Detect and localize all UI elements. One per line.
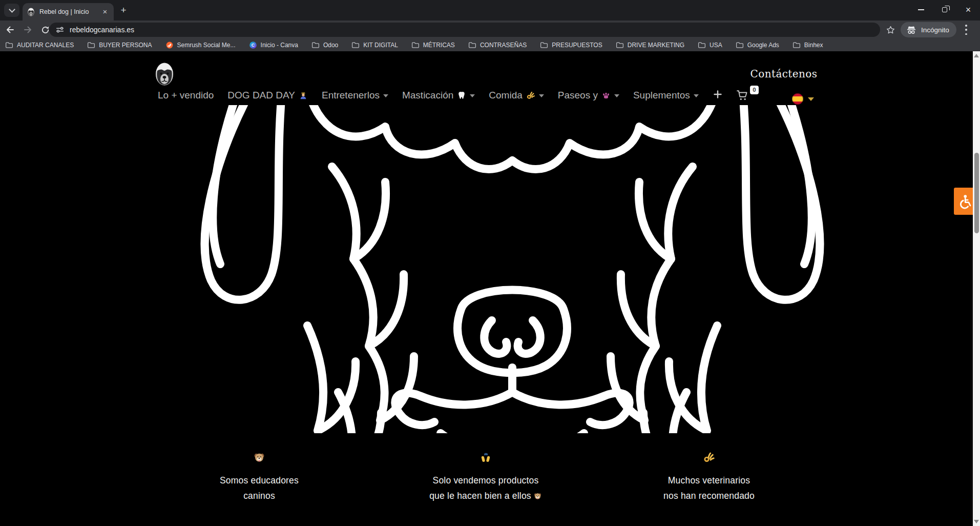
scroll-up-arrow[interactable] xyxy=(974,54,979,57)
folder-icon xyxy=(793,41,801,49)
bookmark-label: Google Ads xyxy=(747,42,779,49)
language-selector[interactable] xyxy=(792,93,814,105)
bookmark-item[interactable]: BUYER PERSONA xyxy=(87,41,152,49)
bookmark-item[interactable]: Google Ads xyxy=(736,41,779,49)
folder-icon xyxy=(411,41,420,49)
tab-close-icon[interactable]: × xyxy=(100,7,110,16)
feature-line-1: Somos educadores xyxy=(152,473,367,488)
incognito-label: Incógnito xyxy=(921,26,949,34)
bookmark-item[interactable]: USA xyxy=(698,41,722,49)
bookmark-item[interactable]: Odoo xyxy=(311,41,338,49)
nav-item-label: Masticación xyxy=(402,90,453,101)
forward-button[interactable] xyxy=(20,23,35,37)
minimize-icon xyxy=(918,9,924,10)
address-bar[interactable]: rebeldogcanarias.es xyxy=(49,23,880,37)
bookmark-item[interactable]: KIT DIGITAL xyxy=(351,41,398,49)
close-button[interactable]: × xyxy=(956,0,980,19)
url-text: rebeldogcanarias.es xyxy=(70,26,134,34)
browser-toolbar: rebeldogcanarias.es Incógnito xyxy=(0,21,980,39)
feature-column: Somos educadorescaninos xyxy=(152,451,367,503)
dog-face-line-art xyxy=(184,105,840,433)
nav-item-comida[interactable]: Comida xyxy=(489,90,544,101)
canva-icon xyxy=(249,41,257,49)
scrollbar-thumb[interactable] xyxy=(974,153,979,233)
browser-menu-button[interactable] xyxy=(965,25,967,35)
tooth-icon xyxy=(457,91,466,100)
nav-item-lo-vendido[interactable]: Lo + vendido xyxy=(158,90,214,101)
tab-title: Rebel dog | Inicio xyxy=(39,8,100,15)
bookmarks-bar: AUDITAR CANALESBUYER PERSONASemrush Soci… xyxy=(0,39,980,51)
plus-icon xyxy=(713,89,723,99)
folder-icon xyxy=(5,41,13,49)
chevron-down-icon xyxy=(9,6,15,13)
nav-item-masticaci-n[interactable]: Masticación xyxy=(402,90,475,101)
bookmark-item[interactable]: DRIVE MARKETING xyxy=(616,41,684,49)
bookmark-item[interactable]: Semrush Social Me... xyxy=(165,41,236,49)
semrush-icon xyxy=(165,41,174,49)
nav-item-label: Comida xyxy=(489,90,522,101)
site-info-icon[interactable] xyxy=(55,25,65,34)
nav-item-label: Entretenerlos xyxy=(322,90,380,101)
spain-flag-icon xyxy=(792,93,803,105)
bookmark-star-button[interactable] xyxy=(884,24,896,36)
bookmark-item[interactable]: Binhex xyxy=(793,41,823,49)
bookmark-label: Binhex xyxy=(804,42,823,49)
folder-icon xyxy=(468,41,476,49)
nav-item-paseos-y[interactable]: Paseos y xyxy=(558,90,619,101)
folder-icon xyxy=(698,41,706,49)
cart-count-badge: 0 xyxy=(750,86,759,94)
back-button[interactable] xyxy=(3,23,17,37)
bookmark-label: KIT DIGITAL xyxy=(363,42,398,49)
dog-face-icon xyxy=(253,451,265,463)
folder-icon xyxy=(311,41,320,49)
nav-item-dog-dad-day[interactable]: DOG DAD DAY xyxy=(227,90,308,101)
folder-icon xyxy=(87,41,95,49)
bookmark-label: BUYER PERSONA xyxy=(99,42,152,49)
hero-dog-illustration xyxy=(184,105,840,433)
minimize-button[interactable] xyxy=(909,0,933,19)
bookmark-item[interactable]: PRESUPUESTOS xyxy=(540,41,602,49)
chevron-down-icon xyxy=(808,97,814,101)
main-nav: Lo + vendidoDOG DAD DAYEntretenerlosMast… xyxy=(158,89,758,102)
dog-face-icon xyxy=(533,492,542,500)
tab-search-button[interactable] xyxy=(4,4,19,17)
incognito-badge: Incógnito xyxy=(901,22,956,37)
bookmark-item[interactable]: MÉTRICAS xyxy=(411,41,455,49)
bookmark-item[interactable]: CONTRASEÑAS xyxy=(468,41,527,49)
wheelchair-icon xyxy=(957,193,972,210)
browser-window: Rebel dog | Inicio × + × rebeldogcanaria… xyxy=(0,0,980,526)
nav-item-label: DOG DAD DAY xyxy=(227,90,295,101)
maximize-button[interactable] xyxy=(933,0,956,19)
bookmark-item[interactable]: Inicio - Canva xyxy=(249,41,298,49)
contact-link[interactable]: Contáctenos xyxy=(727,68,840,80)
raising-hands-icon xyxy=(479,451,492,463)
chevron-down-icon xyxy=(539,94,544,97)
scroll-down-arrow[interactable] xyxy=(974,520,979,523)
accessibility-button[interactable] xyxy=(954,188,975,215)
site-favicon xyxy=(27,8,35,16)
bookmark-label: Semrush Social Me... xyxy=(177,42,236,49)
feature-column: Muchos veterinariosnos han recomendado xyxy=(601,451,817,503)
page-scrollbar[interactable] xyxy=(973,51,980,526)
bookmark-item[interactable]: AUDITAR CANALES xyxy=(5,41,74,49)
feature-column: Solo vendemos productosque le hacen bien… xyxy=(378,451,593,503)
nav-item-entretenerlos[interactable]: Entretenerlos xyxy=(322,90,388,101)
feature-line-2: caninos xyxy=(152,488,367,503)
prince-icon xyxy=(299,91,308,100)
site-logo[interactable] xyxy=(154,62,175,86)
feature-line-1: Muchos veterinarios xyxy=(601,473,817,488)
nav-item-label: Lo + vendido xyxy=(158,90,214,101)
ok-hand-icon xyxy=(703,451,715,463)
add-menu-button[interactable] xyxy=(713,89,723,102)
paw-icon xyxy=(601,91,611,100)
folder-icon xyxy=(736,41,744,49)
chevron-down-icon xyxy=(383,94,388,97)
bookmark-label: Inicio - Canva xyxy=(261,42,298,49)
browser-tab[interactable]: Rebel dog | Inicio × xyxy=(23,3,114,21)
nav-item-suplementos[interactable]: Suplementos xyxy=(633,90,699,101)
new-tab-button[interactable]: + xyxy=(119,6,128,15)
cart-button[interactable]: 0 xyxy=(737,90,758,101)
bookmark-label: AUDITAR CANALES xyxy=(17,42,74,49)
nav-item-label: Paseos y xyxy=(558,90,598,101)
bookmark-label: Odoo xyxy=(323,42,338,49)
